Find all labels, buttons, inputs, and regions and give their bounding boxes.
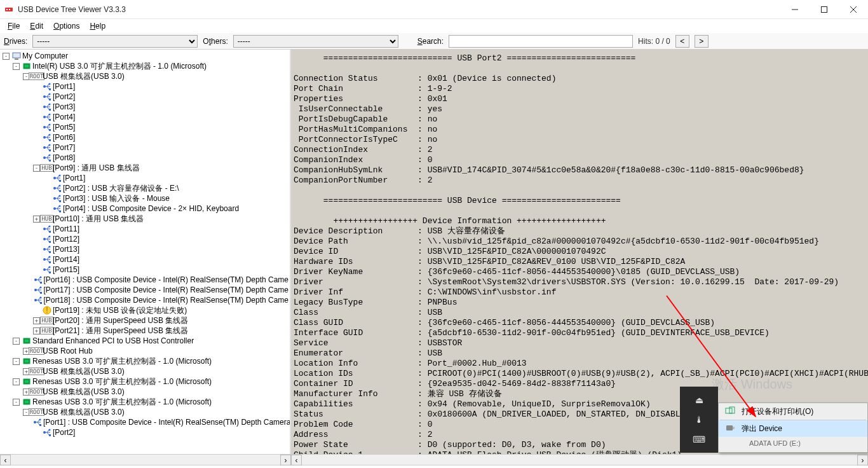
- tree-expander[interactable]: -: [13, 399, 20, 406]
- tree-node[interactable]: [Port1]: [0, 173, 290, 183]
- tree-node[interactable]: [Port2]: [0, 92, 290, 102]
- tree-expander[interactable]: +: [33, 327, 40, 334]
- warn-icon: !: [42, 306, 51, 315]
- svg-point-111: [48, 266, 50, 268]
- tree-node[interactable]: [Port18] : USB Composite Device - Intel(…: [0, 295, 290, 305]
- tree-node[interactable]: [Port5]: [0, 122, 290, 132]
- tree-node-label: [Port18] : USB Composite Device - Intel(…: [43, 295, 290, 305]
- scroll-left-icon[interactable]: ‹: [291, 455, 302, 465]
- detail-scrollbar-h[interactable]: ‹ ›: [291, 454, 868, 465]
- tree-node-label: [Port9] : 通用 USB 集线器: [51, 163, 141, 173]
- svg-point-15: [48, 83, 50, 85]
- tree-node[interactable]: +HUB[Port10] : 通用 USB 集线器: [0, 214, 290, 224]
- tree-node[interactable]: [Port13]: [0, 244, 290, 254]
- prev-hit-button[interactable]: <: [675, 35, 689, 48]
- tree-node[interactable]: ![Port19] : 未知 USB 设备(设定地址失败): [0, 305, 290, 315]
- tree-node-label: [Port13]: [51, 244, 81, 254]
- tree-node[interactable]: [Port1]: [0, 81, 290, 92]
- window-title: USB Device Tree Viewer V3.3.3: [18, 5, 780, 14]
- tree-node[interactable]: +ROOTUSB 根集线器(USB 3.0): [0, 387, 290, 397]
- tree-expander[interactable]: -: [13, 378, 20, 385]
- drives-select[interactable]: -----: [32, 35, 198, 48]
- svg-point-151: [48, 429, 50, 431]
- tree-node[interactable]: -Standard Enhanced PCI to USB Host Contr…: [0, 336, 290, 346]
- tree-node[interactable]: -Renesas USB 3.0 可扩展主机控制器 - 1.0 (Microso…: [0, 376, 290, 387]
- tree-node[interactable]: [Port11]: [0, 224, 290, 234]
- tree-node[interactable]: -Renesas USB 3.0 可扩展主机控制器 - 1.0 (Microso…: [0, 397, 290, 407]
- menu-help[interactable]: Help: [85, 20, 111, 32]
- tree-node[interactable]: [Port3]: [0, 102, 290, 112]
- tree-node[interactable]: +ROOTUSB 根集线器(USB 3.0): [0, 366, 290, 376]
- tree-node[interactable]: [Port4] : USB Composite Device - 2× HID,…: [0, 203, 290, 214]
- tree-node[interactable]: +HUB[Port20] : 通用 SuperSpeed USB 集线器: [0, 315, 290, 326]
- tree-node[interactable]: +HUB[Port21] : 通用 SuperSpeed USB 集线器: [0, 326, 290, 336]
- svg-line-68: [57, 188, 59, 191]
- tree-scrollbar-h[interactable]: ‹ ›: [0, 454, 291, 465]
- tree-expander[interactable]: -: [13, 338, 20, 345]
- scroll-right-icon[interactable]: ›: [857, 455, 868, 465]
- svg-rect-10: [25, 65, 29, 67]
- tree-expander[interactable]: -: [33, 165, 40, 172]
- tree-expander[interactable]: +: [33, 317, 40, 324]
- svg-line-109: [47, 267, 49, 270]
- tree-node[interactable]: [Port7]: [0, 142, 290, 153]
- tree-node[interactable]: [Port2]: [0, 427, 290, 437]
- svg-line-97: [47, 247, 49, 249]
- maximize-button[interactable]: [810, 0, 839, 19]
- minimize-button[interactable]: [780, 0, 810, 19]
- svg-rect-155: [726, 425, 733, 430]
- tree-node[interactable]: [Port12]: [0, 234, 290, 244]
- tree-expander[interactable]: -: [13, 358, 20, 365]
- tree-node[interactable]: [Port15]: [0, 265, 290, 275]
- tree-expander[interactable]: -: [13, 63, 20, 70]
- tree-expander[interactable]: +: [33, 216, 40, 223]
- usb-icon: [42, 235, 51, 244]
- thermal-icon[interactable]: 🌡: [695, 415, 703, 425]
- tree-node-label: [Port21] : 通用 SuperSpeed USB 集线器: [51, 326, 189, 336]
- menu-item-open-devices[interactable]: 打开设备和打印机(O): [719, 403, 867, 420]
- scroll-right-icon[interactable]: ›: [280, 455, 291, 465]
- search-input[interactable]: [449, 35, 633, 48]
- tree-node[interactable]: -Renesas USB 3.0 可扩展主机控制器 - 1.0 (Microso…: [0, 356, 290, 366]
- svg-rect-94: [49, 241, 51, 243]
- others-select[interactable]: -----: [233, 35, 398, 48]
- svg-point-45: [48, 134, 50, 136]
- scroll-left-icon[interactable]: ‹: [0, 455, 11, 465]
- svg-rect-1: [6, 9, 8, 10]
- tree-node[interactable]: -ROOTUSB 根集线器(USB 3.0): [0, 71, 290, 81]
- keyboard-icon[interactable]: ⌨: [693, 434, 705, 444]
- tree-node[interactable]: +ROOTUSB Root Hub: [0, 346, 290, 356]
- hub-icon: HUB: [42, 163, 51, 172]
- menu-item-eject-device[interactable]: 弹出 Device: [719, 420, 867, 437]
- tree-node[interactable]: -My Computer: [0, 51, 290, 61]
- tree-node[interactable]: -Intel(R) USB 3.0 可扩展主机控制器 - 1.0 (Micros…: [0, 61, 290, 71]
- menu-file[interactable]: File: [3, 20, 25, 32]
- tree-node[interactable]: [Port8]: [0, 153, 290, 163]
- tree-node[interactable]: [Port6]: [0, 132, 290, 142]
- eject-icon[interactable]: ⏏: [695, 395, 703, 405]
- tree-node-label: [Port2]: [51, 427, 76, 437]
- tree-node[interactable]: -HUB[Port9] : 通用 USB 集线器: [0, 163, 290, 173]
- app-icon: [4, 4, 14, 15]
- svg-line-91: [47, 237, 49, 239]
- tree-node[interactable]: -ROOTUSB 根集线器(USB 3.0): [0, 407, 290, 417]
- menu-options[interactable]: Options: [48, 20, 85, 32]
- svg-line-80: [57, 209, 59, 211]
- close-button[interactable]: [839, 0, 868, 19]
- menu-edit[interactable]: Edit: [25, 20, 48, 32]
- tree-node[interactable]: [Port17] : USB Composite Device - Intel(…: [0, 285, 290, 295]
- tree-node[interactable]: [Port14]: [0, 254, 290, 265]
- tree-pane[interactable]: -My Computer-Intel(R) USB 3.0 可扩展主机控制器 -…: [0, 50, 291, 454]
- tree-node[interactable]: [Port3] : USB 输入设备 - Mouse: [0, 193, 290, 203]
- detail-pane[interactable]: ========================== USB Port2 ===…: [291, 50, 868, 454]
- tree-node-label: USB 根集线器(USB 3.0): [41, 71, 126, 81]
- svg-rect-140: [25, 401, 29, 403]
- tree-node[interactable]: [Port4]: [0, 112, 290, 122]
- tree-node[interactable]: [Port1] : USB Composite Device - Intel(R…: [0, 417, 290, 427]
- tree-node[interactable]: [Port2] : USB 大容量存储设备 - E:\: [0, 183, 290, 193]
- tree-expander[interactable]: -: [3, 53, 10, 60]
- next-hit-button[interactable]: >: [695, 35, 709, 48]
- tree-node-label: [Port2] : USB 大容量存储设备 - E:\: [62, 183, 180, 193]
- tree-node[interactable]: [Port16] : USB Composite Device - Intel(…: [0, 275, 290, 285]
- svg-rect-100: [49, 251, 51, 253]
